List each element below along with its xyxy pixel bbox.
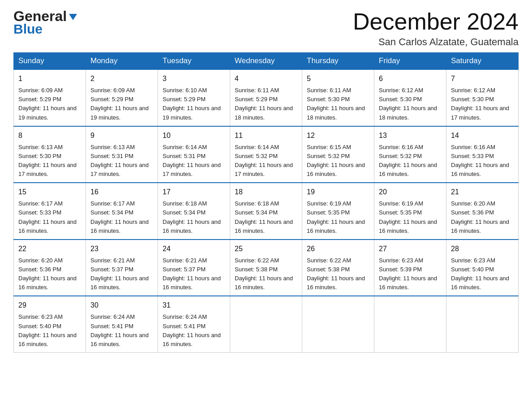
- day-info: Sunrise: 6:13 AMSunset: 5:31 PMDaylight:…: [90, 143, 153, 179]
- calendar-day-cell: 14Sunrise: 6:16 AMSunset: 5:33 PMDayligh…: [446, 126, 519, 183]
- calendar-week-row: 8Sunrise: 6:13 AMSunset: 5:30 PMDaylight…: [14, 126, 519, 183]
- day-number: 7: [451, 73, 514, 84]
- calendar-day-header: Tuesday: [158, 53, 230, 70]
- calendar-table: SundayMondayTuesdayWednesdayThursdayFrid…: [13, 52, 519, 353]
- calendar-day-cell: 27Sunrise: 6:23 AMSunset: 5:39 PMDayligh…: [374, 240, 446, 296]
- calendar-day-cell: 5Sunrise: 6:11 AMSunset: 5:30 PMDaylight…: [302, 69, 374, 126]
- day-info: Sunrise: 6:14 AMSunset: 5:31 PMDaylight:…: [163, 143, 225, 179]
- day-number: 11: [235, 130, 297, 141]
- calendar-day-cell: 31Sunrise: 6:24 AMSunset: 5:41 PMDayligh…: [158, 296, 230, 352]
- day-number: 15: [18, 187, 81, 197]
- title-block: December 2024 San Carlos Alzatate, Guate…: [353, 9, 519, 48]
- day-info: Sunrise: 6:20 AMSunset: 5:36 PMDaylight:…: [18, 256, 81, 292]
- day-info: Sunrise: 6:24 AMSunset: 5:41 PMDaylight:…: [163, 313, 225, 349]
- day-number: 27: [379, 244, 442, 254]
- calendar-day-header: Sunday: [14, 53, 86, 70]
- day-number: 25: [235, 244, 297, 254]
- calendar-day-cell: 26Sunrise: 6:22 AMSunset: 5:38 PMDayligh…: [302, 240, 374, 296]
- day-info: Sunrise: 6:21 AMSunset: 5:37 PMDaylight:…: [163, 256, 225, 292]
- day-number: 2: [90, 73, 153, 84]
- day-info: Sunrise: 6:17 AMSunset: 5:33 PMDaylight:…: [18, 199, 81, 235]
- calendar-day-cell: 15Sunrise: 6:17 AMSunset: 5:33 PMDayligh…: [14, 183, 86, 240]
- calendar-day-cell: 4Sunrise: 6:11 AMSunset: 5:29 PMDaylight…: [230, 69, 302, 126]
- calendar-week-row: 22Sunrise: 6:20 AMSunset: 5:36 PMDayligh…: [14, 240, 519, 296]
- calendar-week-row: 1Sunrise: 6:09 AMSunset: 5:29 PMDaylight…: [14, 69, 519, 126]
- calendar-day-header: Monday: [86, 53, 158, 70]
- calendar-day-cell: 13Sunrise: 6:16 AMSunset: 5:32 PMDayligh…: [374, 126, 446, 183]
- day-info: Sunrise: 6:13 AMSunset: 5:30 PMDaylight:…: [18, 143, 81, 179]
- day-number: 24: [163, 244, 225, 254]
- day-info: Sunrise: 6:15 AMSunset: 5:32 PMDaylight:…: [307, 143, 369, 179]
- day-number: 9: [90, 130, 153, 141]
- calendar-day-cell: 2Sunrise: 6:09 AMSunset: 5:29 PMDaylight…: [86, 69, 158, 126]
- calendar-day-cell: 1Sunrise: 6:09 AMSunset: 5:29 PMDaylight…: [14, 69, 86, 126]
- day-number: 28: [451, 244, 514, 254]
- day-info: Sunrise: 6:12 AMSunset: 5:30 PMDaylight:…: [379, 86, 442, 122]
- day-number: 22: [18, 244, 81, 254]
- day-number: 16: [90, 187, 153, 197]
- day-number: 4: [235, 73, 297, 84]
- calendar-day-cell: 29Sunrise: 6:23 AMSunset: 5:40 PMDayligh…: [14, 296, 86, 352]
- day-info: Sunrise: 6:10 AMSunset: 5:29 PMDaylight:…: [163, 86, 225, 122]
- day-info: Sunrise: 6:16 AMSunset: 5:32 PMDaylight:…: [379, 143, 442, 179]
- calendar-day-cell: 20Sunrise: 6:19 AMSunset: 5:35 PMDayligh…: [374, 183, 446, 240]
- day-number: 3: [163, 73, 225, 84]
- calendar-week-row: 29Sunrise: 6:23 AMSunset: 5:40 PMDayligh…: [14, 296, 519, 352]
- day-number: 10: [163, 130, 225, 141]
- day-info: Sunrise: 6:11 AMSunset: 5:29 PMDaylight:…: [235, 86, 297, 122]
- day-info: Sunrise: 6:12 AMSunset: 5:30 PMDaylight:…: [451, 86, 514, 122]
- calendar-day-cell: 18Sunrise: 6:18 AMSunset: 5:34 PMDayligh…: [230, 183, 302, 240]
- calendar-day-cell: 11Sunrise: 6:14 AMSunset: 5:32 PMDayligh…: [230, 126, 302, 183]
- calendar-day-cell: 19Sunrise: 6:19 AMSunset: 5:35 PMDayligh…: [302, 183, 374, 240]
- calendar-day-cell: 21Sunrise: 6:20 AMSunset: 5:36 PMDayligh…: [446, 183, 519, 240]
- calendar-day-header: Wednesday: [230, 53, 302, 70]
- calendar-day-cell: 12Sunrise: 6:15 AMSunset: 5:32 PMDayligh…: [302, 126, 374, 183]
- calendar-day-cell: 6Sunrise: 6:12 AMSunset: 5:30 PMDaylight…: [374, 69, 446, 126]
- day-number: 6: [379, 73, 442, 84]
- calendar-day-cell: 23Sunrise: 6:21 AMSunset: 5:37 PMDayligh…: [86, 240, 158, 296]
- day-number: 13: [379, 130, 442, 141]
- day-info: Sunrise: 6:23 AMSunset: 5:40 PMDaylight:…: [451, 256, 514, 292]
- calendar-day-header: Friday: [374, 53, 446, 70]
- day-info: Sunrise: 6:24 AMSunset: 5:41 PMDaylight:…: [90, 313, 153, 349]
- day-number: 31: [163, 300, 225, 311]
- day-number: 20: [379, 187, 442, 197]
- calendar-day-cell: 25Sunrise: 6:22 AMSunset: 5:38 PMDayligh…: [230, 240, 302, 296]
- day-info: Sunrise: 6:21 AMSunset: 5:37 PMDaylight:…: [90, 256, 153, 292]
- day-number: 12: [307, 130, 369, 141]
- calendar-day-cell: 3Sunrise: 6:10 AMSunset: 5:29 PMDaylight…: [158, 69, 230, 126]
- calendar-day-header: Saturday: [446, 53, 519, 70]
- day-number: 17: [163, 187, 225, 197]
- calendar-day-cell: 17Sunrise: 6:18 AMSunset: 5:34 PMDayligh…: [158, 183, 230, 240]
- day-info: Sunrise: 6:18 AMSunset: 5:34 PMDaylight:…: [235, 199, 297, 235]
- calendar-day-cell: 28Sunrise: 6:23 AMSunset: 5:40 PMDayligh…: [446, 240, 519, 296]
- day-number: 26: [307, 244, 369, 254]
- day-info: Sunrise: 6:14 AMSunset: 5:32 PMDaylight:…: [235, 143, 297, 179]
- day-info: Sunrise: 6:22 AMSunset: 5:38 PMDaylight:…: [235, 256, 297, 292]
- calendar-day-cell: 16Sunrise: 6:17 AMSunset: 5:34 PMDayligh…: [86, 183, 158, 240]
- calendar-day-cell: [230, 296, 302, 352]
- day-info: Sunrise: 6:20 AMSunset: 5:36 PMDaylight:…: [451, 199, 514, 235]
- day-number: 23: [90, 244, 153, 254]
- calendar-day-cell: [374, 296, 446, 352]
- calendar-day-cell: 30Sunrise: 6:24 AMSunset: 5:41 PMDayligh…: [86, 296, 158, 352]
- day-number: 30: [90, 300, 153, 311]
- day-number: 14: [451, 130, 514, 141]
- calendar-day-cell: 9Sunrise: 6:13 AMSunset: 5:31 PMDaylight…: [86, 126, 158, 183]
- subtitle: San Carlos Alzatate, Guatemala: [353, 36, 519, 48]
- day-number: 8: [18, 130, 81, 141]
- day-number: 18: [235, 187, 297, 197]
- calendar-day-cell: [302, 296, 374, 352]
- svg-marker-0: [69, 14, 77, 20]
- day-info: Sunrise: 6:11 AMSunset: 5:30 PMDaylight:…: [307, 86, 369, 122]
- main-title: December 2024: [353, 9, 519, 34]
- calendar-day-cell: 22Sunrise: 6:20 AMSunset: 5:36 PMDayligh…: [14, 240, 86, 296]
- calendar-day-cell: [446, 296, 519, 352]
- day-info: Sunrise: 6:19 AMSunset: 5:35 PMDaylight:…: [379, 199, 442, 235]
- calendar-header-row: SundayMondayTuesdayWednesdayThursdayFrid…: [14, 53, 519, 70]
- calendar-day-header: Thursday: [302, 53, 374, 70]
- day-info: Sunrise: 6:09 AMSunset: 5:29 PMDaylight:…: [18, 86, 81, 122]
- day-info: Sunrise: 6:22 AMSunset: 5:38 PMDaylight:…: [307, 256, 369, 292]
- day-number: 1: [18, 73, 81, 84]
- day-number: 19: [307, 187, 369, 197]
